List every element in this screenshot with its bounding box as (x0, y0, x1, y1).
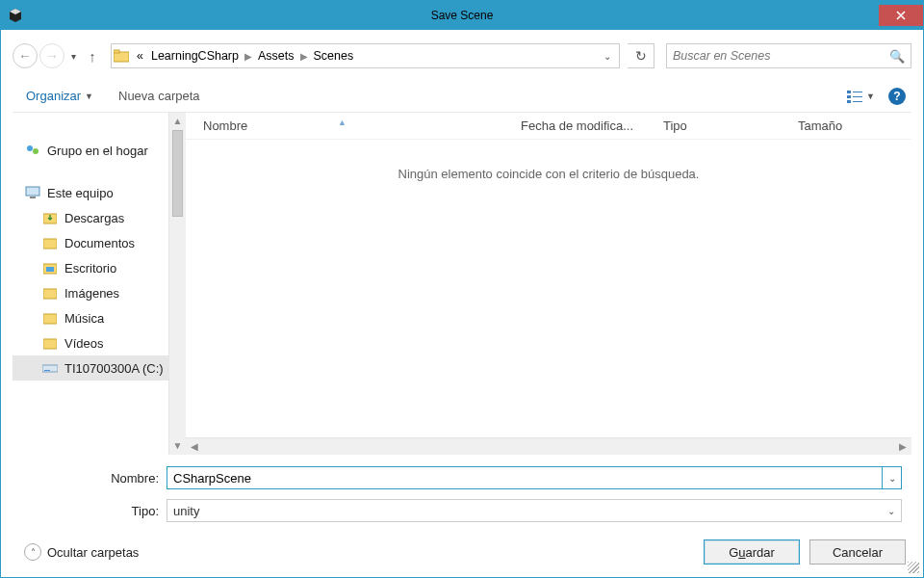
svg-point-10 (27, 145, 33, 151)
tree-item-desktop[interactable]: Escritorio (13, 255, 186, 280)
tree-item-documents[interactable]: Documentos (13, 230, 186, 255)
svg-rect-15 (43, 239, 57, 249)
svg-rect-6 (847, 100, 851, 103)
column-size[interactable]: Tamaño (798, 118, 911, 133)
tree-item-videos[interactable]: Vídeos (13, 330, 186, 355)
svg-rect-18 (43, 289, 57, 299)
column-name[interactable]: Nombre▲ (203, 118, 521, 133)
tree-label: Música (64, 311, 104, 326)
scroll-left-icon[interactable]: ◀ (186, 441, 203, 452)
horizontal-scrollbar[interactable]: ◀ ▶ (186, 437, 911, 455)
hide-folders-toggle[interactable]: ˄ Ocultar carpetas (18, 543, 139, 561)
help-button[interactable]: ? (888, 88, 906, 105)
close-button[interactable] (879, 5, 923, 26)
drive-icon (41, 359, 59, 377)
save-post: ardar (746, 545, 775, 560)
svg-rect-12 (26, 187, 39, 196)
save-button[interactable]: Guardar (704, 539, 800, 565)
column-name-label: Nombre (203, 118, 247, 133)
save-form: Nombre: ⌄ Tipo: unity ⌄ (13, 455, 911, 532)
svg-rect-22 (44, 370, 50, 371)
tree-item-downloads[interactable]: Descargas (13, 205, 186, 230)
desktop-icon (41, 259, 59, 276)
tree-item-music[interactable]: Música (13, 305, 186, 330)
search-placeholder: Buscar en Scenes (673, 49, 770, 63)
tree-label: Este equipo (47, 186, 114, 200)
breadcrumb-scenes[interactable]: Scenes (310, 49, 358, 63)
tree-label: Descargas (64, 211, 124, 225)
svg-rect-4 (847, 91, 851, 93)
address-bar[interactable]: « LearningCSharp ▶ Assets ▶ Scenes ⌄ (111, 43, 620, 68)
tree-label: Imágenes (64, 286, 119, 301)
unity-icon (1, 1, 30, 30)
save-accel: u (738, 545, 745, 560)
column-date[interactable]: Fecha de modifica... (521, 118, 663, 133)
address-dropdown-icon[interactable]: ⌄ (598, 51, 617, 62)
videos-icon (41, 334, 59, 352)
new-folder-button[interactable]: Nueva carpeta (118, 89, 200, 103)
svg-rect-17 (46, 267, 54, 272)
scroll-right-icon[interactable]: ▶ (894, 441, 911, 452)
view-options-button[interactable]: ▼ (847, 90, 875, 103)
search-input[interactable]: Buscar en Scenes 🔍 (666, 43, 911, 68)
main-area: Grupo en el hogar Este equipo Descargas … (13, 113, 911, 455)
resize-grip[interactable] (908, 562, 919, 573)
breadcrumb-ellipsis[interactable]: « (133, 49, 147, 63)
column-headers: Nombre▲ Fecha de modifica... Tipo Tamaño (186, 113, 911, 140)
svg-rect-13 (30, 197, 36, 198)
tree-item-pictures[interactable]: Imágenes (13, 280, 186, 305)
forward-button[interactable]: → (39, 43, 64, 68)
collapse-icon: ˄ (24, 543, 41, 561)
svg-rect-5 (847, 95, 851, 98)
chevron-right-icon[interactable]: ▶ (298, 51, 310, 62)
filetype-label: Tipo: (22, 504, 167, 518)
pictures-icon (41, 284, 59, 302)
cancel-button[interactable]: Cancelar (809, 539, 906, 565)
empty-message: Ningún elemento coincide con el criterio… (186, 140, 911, 181)
navigation-pane: Grupo en el hogar Este equipo Descargas … (13, 113, 186, 455)
filetype-select[interactable]: unity ⌄ (167, 499, 902, 522)
computer-icon (24, 184, 41, 201)
sort-asc-icon: ▲ (338, 118, 346, 127)
filename-input[interactable] (167, 466, 883, 489)
chevron-down-icon: ▼ (866, 92, 875, 101)
back-button[interactable]: ← (13, 43, 38, 68)
chevron-right-icon[interactable]: ▶ (243, 51, 254, 62)
homegroup-icon (24, 142, 41, 159)
breadcrumb-learningcsharp[interactable]: LearningCSharp (147, 49, 243, 63)
organize-menu[interactable]: Organizar ▼ (26, 89, 93, 103)
filename-label: Nombre: (22, 471, 167, 486)
tree-item-thispc[interactable]: Este equipo (13, 180, 186, 205)
svg-point-11 (33, 148, 38, 154)
column-type[interactable]: Tipo (663, 118, 798, 133)
hide-folders-label: Ocultar carpetas (47, 545, 139, 560)
file-list-pane: Nombre▲ Fecha de modifica... Tipo Tamaño… (186, 113, 911, 455)
breadcrumb-assets[interactable]: Assets (254, 49, 298, 63)
titlebar[interactable]: Save Scene (1, 1, 923, 30)
organize-label: Organizar (26, 89, 81, 103)
dialog-footer: ˄ Ocultar carpetas Guardar Cancelar (13, 532, 911, 568)
scroll-thumb[interactable] (172, 130, 183, 217)
dialog-body: ← → ▾ ↑ « LearningCSharp ▶ Assets ▶ Scen… (1, 30, 923, 577)
refresh-button[interactable]: ↻ (628, 43, 654, 68)
scroll-down-icon[interactable]: ▼ (169, 437, 186, 455)
filename-dropdown[interactable]: ⌄ (883, 466, 902, 489)
save-pre: G (729, 545, 738, 560)
up-button[interactable]: ↑ (82, 44, 103, 67)
window-title: Save Scene (1, 9, 923, 22)
folder-icon (114, 49, 133, 63)
tree-label: Vídeos (64, 336, 103, 351)
recent-locations-dropdown[interactable]: ▾ (66, 51, 80, 62)
svg-rect-9 (853, 101, 862, 102)
nav-row: ← → ▾ ↑ « LearningCSharp ▶ Assets ▶ Scen… (13, 41, 911, 70)
tree-label: Documentos (64, 236, 135, 250)
downloads-icon (41, 209, 59, 226)
svg-rect-20 (43, 339, 57, 349)
svg-rect-19 (43, 314, 57, 324)
scroll-up-icon[interactable]: ▲ (169, 113, 186, 130)
music-icon (41, 309, 59, 327)
tree-item-homegroup[interactable]: Grupo en el hogar (13, 138, 186, 163)
tree-item-drive-c[interactable]: TI10700300A (C:) (13, 355, 186, 381)
nav-scrollbar[interactable]: ▲ ▼ (168, 113, 186, 455)
chevron-down-icon: ⌄ (887, 506, 895, 516)
